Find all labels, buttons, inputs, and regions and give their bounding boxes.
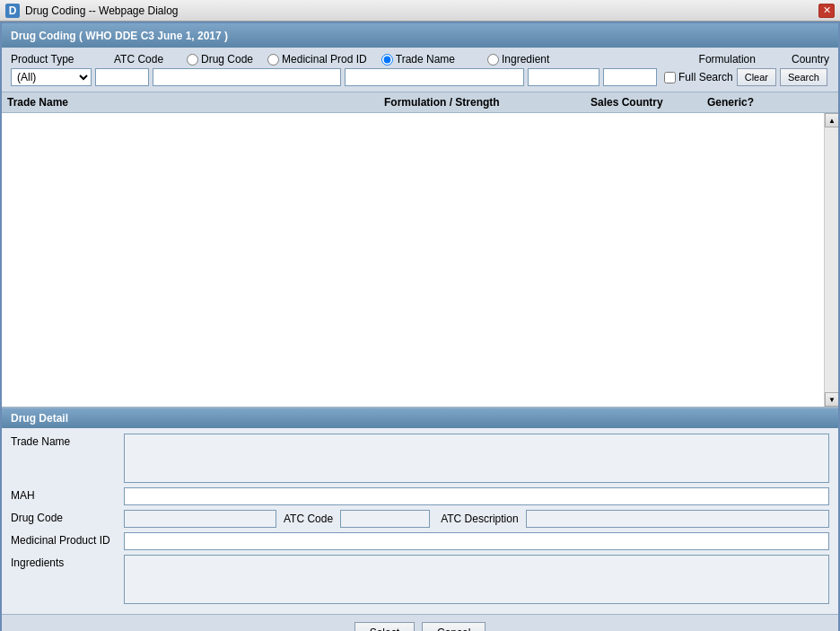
detail-ingredients-input[interactable] <box>124 555 829 604</box>
search-input-row: (All) Drug Biologic Vaccine Full Search … <box>11 68 829 86</box>
trade-name-input[interactable] <box>345 68 524 86</box>
med-prod-id-radio[interactable] <box>267 54 279 66</box>
results-area: Trade Name Formulation / Strength Sales … <box>2 92 838 408</box>
full-search-label[interactable]: Full Search <box>664 71 733 83</box>
title-bar-text: Drug Coding -- Webpage Dialog <box>25 4 179 17</box>
detail-mah-label: MAH <box>11 487 118 502</box>
search-label-row: Product Type ATC Code Drug Code Medicina… <box>11 53 829 66</box>
detail-ingredients-label: Ingredients <box>11 555 118 569</box>
detail-header: Drug Detail <box>2 408 838 428</box>
detail-trade-name-input[interactable] <box>124 434 829 483</box>
detail-med-prod-id-label: Medicinal Product ID <box>11 532 118 547</box>
detail-atc-desc-input[interactable] <box>526 510 829 528</box>
drug-code-radio[interactable] <box>187 54 198 66</box>
drug-code-search-input[interactable] <box>153 68 341 86</box>
country-input[interactable] <box>603 68 657 86</box>
atc-code-label: ATC Code <box>114 53 181 66</box>
detail-ingredients-row: Ingredients <box>11 555 829 604</box>
app-icon: D <box>5 4 20 18</box>
search-button[interactable]: Search <box>780 68 827 86</box>
full-search-checkbox[interactable] <box>664 72 676 83</box>
detail-atc-code-input[interactable] <box>340 510 430 528</box>
country-label: Country <box>792 53 829 66</box>
detail-drug-code-row: Drug Code ATC Code ATC Description <box>11 510 829 528</box>
formulation-input[interactable] <box>528 68 599 86</box>
detail-drug-code-input[interactable] <box>124 510 276 528</box>
formulation-label: Formulation <box>699 53 756 66</box>
col-trade-name: Trade Name <box>7 96 384 109</box>
detail-drug-code-label: Drug Code <box>11 510 118 524</box>
results-header: Trade Name Formulation / Strength Sales … <box>2 92 838 113</box>
clear-button[interactable]: Clear <box>737 68 776 86</box>
drug-detail-section: Drug Detail Trade Name MAH Drug Code ATC… <box>2 408 838 614</box>
col-formulation: Formulation / Strength <box>384 96 591 109</box>
ingredient-radio-label[interactable]: Ingredient <box>487 53 549 66</box>
results-body[interactable]: ▲ ▼ <box>2 113 838 407</box>
select-button[interactable]: Select <box>354 622 415 631</box>
col-generic: Generic? <box>707 96 779 109</box>
product-type-select[interactable]: (All) Drug Biologic Vaccine <box>11 68 92 86</box>
dialog-container: Drug Coding ( WHO DDE C3 June 1, 2017 ) … <box>0 22 840 631</box>
scrollbar-down-button[interactable]: ▼ <box>825 392 838 407</box>
col-sales-country: Sales Country <box>591 96 707 109</box>
search-area: Product Type ATC Code Drug Code Medicina… <box>2 48 838 92</box>
detail-atc-code-label: ATC Code <box>284 513 333 525</box>
atc-code-input[interactable] <box>95 68 149 86</box>
detail-mah-input[interactable] <box>124 487 829 505</box>
detail-med-prod-id-row: Medicinal Product ID <box>11 532 829 550</box>
med-prod-id-radio-label[interactable]: Medicinal Prod ID <box>267 53 367 66</box>
drug-code-radio-label[interactable]: Drug Code <box>187 53 253 66</box>
detail-mah-row: MAH <box>11 487 829 505</box>
title-bar: D Drug Coding -- Webpage Dialog ✕ <box>0 0 840 22</box>
detail-atc-desc-label: ATC Description <box>441 513 518 525</box>
detail-body: Trade Name MAH Drug Code ATC Code ATC De… <box>2 428 838 614</box>
scrollbar-up-button[interactable]: ▲ <box>825 113 838 127</box>
trade-name-radio[interactable] <box>381 54 393 66</box>
detail-trade-name-row: Trade Name <box>11 434 829 483</box>
detail-trade-name-label: Trade Name <box>11 434 118 448</box>
trade-name-radio-label[interactable]: Trade Name <box>381 53 455 66</box>
cancel-button[interactable]: Cancel <box>422 622 486 631</box>
detail-med-prod-id-input[interactable] <box>124 532 829 550</box>
close-button[interactable]: ✕ <box>818 4 835 18</box>
scrollbar-track: ▲ ▼ <box>824 113 838 407</box>
footer: Select Cancel <box>2 614 838 631</box>
product-type-label: Product Type <box>11 53 114 66</box>
dialog-header: Drug Coding ( WHO DDE C3 June 1, 2017 ) <box>2 23 838 48</box>
ingredient-radio[interactable] <box>487 54 499 66</box>
